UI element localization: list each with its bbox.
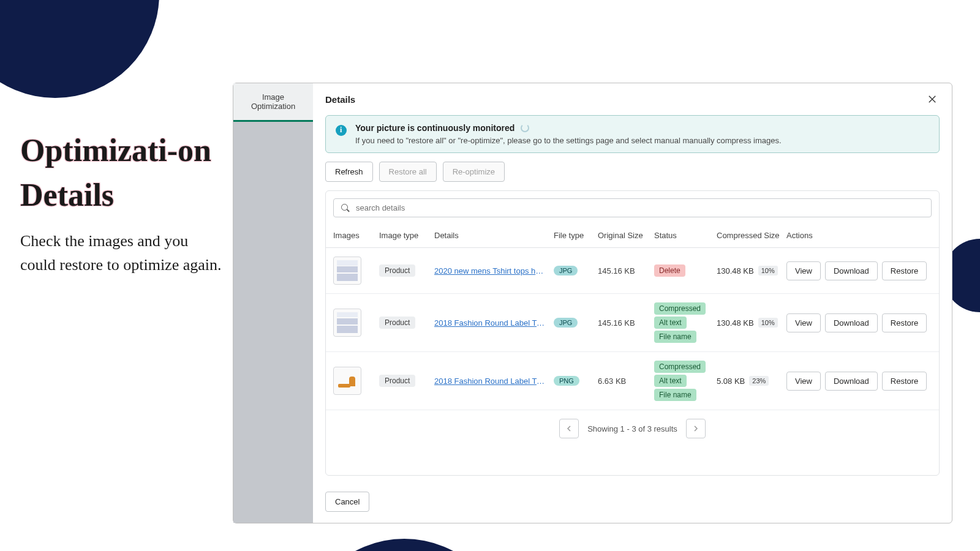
- info-icon: [336, 125, 347, 136]
- page-subtitle: Check the images and you could restore t…: [20, 229, 222, 277]
- refresh-button[interactable]: Refresh: [325, 162, 373, 182]
- col-file-type: File type: [554, 231, 598, 240]
- modal-main: Details Your picture is continuously mon…: [313, 83, 952, 523]
- compressed-size-value: 130.48 KB: [717, 318, 754, 328]
- modal-footer: Cancel: [313, 484, 952, 523]
- image-thumbnail[interactable]: [333, 309, 361, 337]
- col-image-type: Image type: [379, 231, 434, 240]
- restore-button[interactable]: Restore: [882, 261, 927, 280]
- decorative-circle: [0, 0, 159, 98]
- download-button[interactable]: Download: [825, 313, 878, 332]
- col-actions: Actions: [786, 231, 932, 240]
- modal-title: Details: [325, 94, 355, 105]
- download-button[interactable]: Download: [825, 261, 878, 280]
- modal-header: Details: [313, 83, 952, 115]
- prev-page-button[interactable]: [559, 419, 579, 438]
- table-row: Product2018 Fashion Round Label Tria…JPG…: [326, 294, 939, 352]
- image-thumbnail[interactable]: [333, 257, 361, 285]
- next-page-button[interactable]: [686, 419, 706, 438]
- table-rows: Product2020 new mens Tshirt tops hip…JPG…: [326, 248, 939, 410]
- file-type-badge: PNG: [554, 376, 579, 386]
- restore-all-button[interactable]: Restore all: [379, 162, 437, 182]
- original-size-value: 6.63 KB: [598, 377, 654, 386]
- banner-subtitle: If you need to "restore all" or "re-opti…: [355, 136, 929, 145]
- status-badge-delete: Delete: [654, 264, 685, 277]
- spinner-icon: [521, 124, 529, 132]
- file-type-badge: JPG: [554, 318, 578, 328]
- cancel-button[interactable]: Cancel: [325, 492, 369, 512]
- compressed-size-value: 5.08 KB: [717, 377, 745, 386]
- status-badge-compressed: Compressed: [654, 361, 706, 373]
- status-badge-file-name: File name: [654, 389, 696, 401]
- status-badge-alt-text: Alt text: [654, 375, 687, 387]
- original-size-value: 145.16 KB: [598, 318, 654, 328]
- details-table-card: Images Image type Details File type Orig…: [325, 190, 940, 476]
- table-row: Product2020 new mens Tshirt tops hip…JPG…: [326, 248, 939, 294]
- original-size-value: 145.16 KB: [598, 266, 654, 276]
- file-type-badge: JPG: [554, 266, 578, 276]
- detail-link[interactable]: 2020 new mens Tshirt tops hip…: [434, 266, 545, 276]
- download-button[interactable]: Download: [825, 372, 878, 391]
- reoptimize-button[interactable]: Re-optimize: [443, 162, 505, 182]
- view-button[interactable]: View: [786, 313, 821, 332]
- restore-button[interactable]: Restore: [882, 372, 927, 391]
- action-buttons-row: Refresh Restore all Re-optimize: [325, 162, 940, 182]
- view-button[interactable]: View: [786, 372, 821, 391]
- image-type-badge: Product: [379, 375, 415, 387]
- info-banner: Your picture is continuously monitored I…: [325, 115, 940, 153]
- col-status: Status: [654, 231, 717, 240]
- modal-sidebar: Image Optimization: [233, 83, 313, 523]
- search-wrap: [326, 191, 939, 225]
- page-title: Optimizati-on Details: [20, 129, 222, 218]
- col-details: Details: [434, 231, 554, 240]
- detail-link[interactable]: 2018 Fashion Round Label Tria…: [434, 318, 545, 328]
- image-thumbnail[interactable]: [333, 367, 361, 395]
- col-compressed-size: Compressed Size: [717, 231, 786, 240]
- savings-badge: 23%: [749, 376, 769, 386]
- search-input-wrap[interactable]: [333, 198, 932, 217]
- image-type-badge: Product: [379, 317, 415, 329]
- table-header: Images Image type Details File type Orig…: [326, 225, 939, 248]
- status-badge-compressed: Compressed: [654, 302, 706, 315]
- search-input[interactable]: [356, 203, 924, 212]
- details-modal: Image Optimization Details Your picture …: [233, 83, 952, 523]
- tab-image-optimization[interactable]: Image Optimization: [233, 83, 313, 122]
- restore-button[interactable]: Restore: [882, 313, 927, 332]
- col-images: Images: [333, 231, 379, 240]
- savings-badge: 10%: [758, 318, 778, 328]
- image-type-badge: Product: [379, 264, 415, 277]
- pagination-text: Showing 1 - 3 of 3 results: [587, 424, 677, 433]
- view-button[interactable]: View: [786, 261, 821, 280]
- search-icon: [341, 204, 350, 212]
- pagination: Showing 1 - 3 of 3 results: [326, 410, 939, 447]
- banner-title: Your picture is continuously monitored: [355, 123, 514, 133]
- status-badge-alt-text: Alt text: [654, 317, 687, 329]
- detail-link[interactable]: 2018 Fashion Round Label Tria…: [434, 377, 545, 386]
- savings-badge: 10%: [758, 266, 778, 276]
- modal-body: Your picture is continuously monitored I…: [313, 115, 952, 484]
- close-icon[interactable]: [925, 92, 940, 107]
- compressed-size-value: 130.48 KB: [717, 266, 754, 276]
- left-panel: Optimizati-on Details Check the images a…: [20, 129, 222, 277]
- col-original-size: Original Size: [598, 231, 654, 240]
- status-badge-file-name: File name: [654, 331, 696, 343]
- table-row: Product2018 Fashion Round Label Tria…PNG…: [326, 352, 939, 410]
- decorative-circle: [300, 539, 508, 551]
